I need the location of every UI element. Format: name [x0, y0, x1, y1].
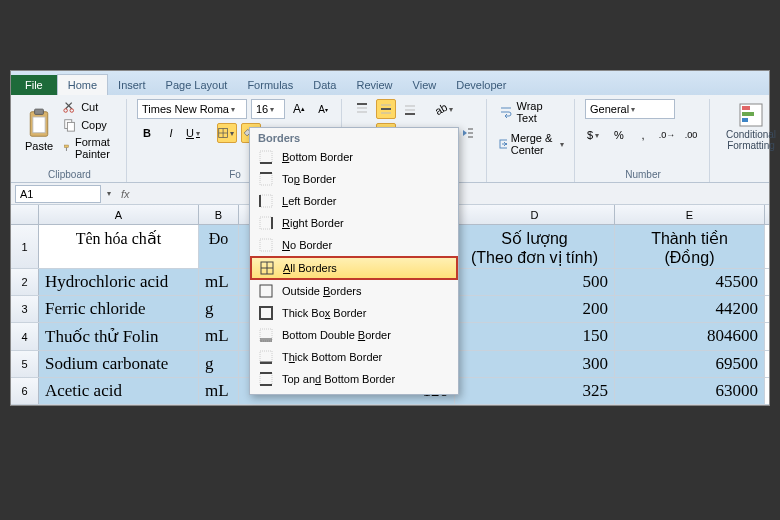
- increase-indent-button[interactable]: [458, 123, 478, 143]
- row-header[interactable]: 4: [11, 323, 39, 350]
- tab-formulas[interactable]: Formulas: [237, 75, 303, 95]
- cell[interactable]: Hydrochloric acid: [39, 269, 199, 295]
- comma-button[interactable]: ,: [633, 125, 653, 145]
- cut-button[interactable]: Cut: [61, 99, 118, 115]
- svg-rect-1: [35, 109, 44, 114]
- format-painter-button[interactable]: Format Painter: [61, 135, 118, 161]
- orientation-button[interactable]: ab▾: [434, 99, 454, 119]
- font-size-select[interactable]: 16▾: [251, 99, 285, 119]
- cell[interactable]: 500: [455, 269, 615, 295]
- cell[interactable]: 44200: [615, 296, 765, 322]
- cell[interactable]: mL: [199, 323, 239, 350]
- align-top-button[interactable]: [352, 99, 372, 119]
- cell[interactable]: mL: [199, 378, 239, 404]
- col-header-D[interactable]: D: [455, 205, 615, 224]
- row-header[interactable]: 3: [11, 296, 39, 322]
- border-option-top-and-bottom-border[interactable]: Top and Bottom Border: [250, 368, 458, 390]
- fx-icon[interactable]: fx: [115, 188, 136, 200]
- cell[interactable]: 325: [455, 378, 615, 404]
- borders-dropdown-menu: Borders Bottom BorderTop BorderLeft Bord…: [249, 127, 459, 395]
- underline-button[interactable]: U▾: [185, 123, 205, 143]
- merge-center-button[interactable]: Merge & Center▾: [497, 131, 566, 157]
- wrap-icon: [499, 105, 513, 119]
- borders-button[interactable]: ▾: [217, 123, 237, 143]
- ribbon-tabs: File Home Insert Page Layout Formulas Da…: [11, 71, 769, 95]
- cell[interactable]: Thuốc thử Folin: [39, 323, 199, 350]
- tab-page-layout[interactable]: Page Layout: [156, 75, 238, 95]
- border-icon: [258, 371, 274, 387]
- svg-rect-55: [260, 307, 272, 319]
- border-option-no-border[interactable]: No Border: [250, 234, 458, 256]
- cell[interactable]: 150: [455, 323, 615, 350]
- cell[interactable]: 200: [455, 296, 615, 322]
- cell[interactable]: 63000: [615, 378, 765, 404]
- menu-item-label: Outside Borders: [282, 285, 362, 297]
- cell[interactable]: 45500: [615, 269, 765, 295]
- align-middle-button[interactable]: [376, 99, 396, 119]
- tab-data[interactable]: Data: [303, 75, 346, 95]
- chevron-down-icon: ▾: [230, 129, 236, 138]
- border-icon: [258, 327, 274, 343]
- bold-button[interactable]: B: [137, 123, 157, 143]
- cell[interactable]: mL: [199, 269, 239, 295]
- tab-insert[interactable]: Insert: [108, 75, 156, 95]
- svg-rect-2: [33, 117, 45, 133]
- tab-review[interactable]: Review: [346, 75, 402, 95]
- border-option-left-border[interactable]: Left Border: [250, 190, 458, 212]
- tab-developer[interactable]: Developer: [446, 75, 516, 95]
- decrease-font-button[interactable]: A▾: [313, 99, 333, 119]
- cell[interactable]: 300: [455, 351, 615, 377]
- paintbrush-icon: [63, 141, 71, 155]
- border-option-thick-box-border[interactable]: Thick Box Border: [250, 302, 458, 324]
- cell[interactable]: Ferric chloride: [39, 296, 199, 322]
- row-header[interactable]: 5: [11, 351, 39, 377]
- border-icon: [258, 193, 274, 209]
- cell-B1[interactable]: Đo: [199, 225, 239, 268]
- border-option-right-border[interactable]: Right Border: [250, 212, 458, 234]
- increase-font-button[interactable]: A▴: [289, 99, 309, 119]
- tab-view[interactable]: View: [403, 75, 447, 95]
- increase-decimal-button[interactable]: .0→: [657, 125, 677, 145]
- currency-button[interactable]: $▾: [585, 125, 605, 145]
- cell-E1[interactable]: Thành tiền(Đồng): [615, 225, 765, 268]
- decrease-decimal-button[interactable]: .00: [681, 125, 701, 145]
- percent-button[interactable]: %: [609, 125, 629, 145]
- menu-item-label: Top Border: [282, 173, 336, 185]
- italic-button[interactable]: I: [161, 123, 181, 143]
- border-option-bottom-double-border[interactable]: Bottom Double Border: [250, 324, 458, 346]
- row-header[interactable]: 6: [11, 378, 39, 404]
- cell-A1[interactable]: Tên hóa chất: [39, 225, 199, 268]
- font-name-select[interactable]: Times New Roma▾: [137, 99, 247, 119]
- row-header-1[interactable]: 1: [11, 225, 39, 268]
- paste-button[interactable]: Paste: [21, 106, 57, 154]
- group-merge: Wrap Text Merge & Center▾: [493, 99, 575, 182]
- col-header-A[interactable]: A: [39, 205, 199, 224]
- cell[interactable]: Acetic acid: [39, 378, 199, 404]
- wrap-text-button[interactable]: Wrap Text: [497, 99, 566, 125]
- number-format-select[interactable]: General▾: [585, 99, 675, 119]
- svg-rect-40: [742, 112, 754, 116]
- name-box[interactable]: A1: [15, 185, 101, 203]
- border-option-bottom-border[interactable]: Bottom Border: [250, 146, 458, 168]
- border-option-top-border[interactable]: Top Border: [250, 168, 458, 190]
- chevron-down-icon: ▾: [231, 105, 239, 114]
- cell[interactable]: g: [199, 296, 239, 322]
- cell[interactable]: 804600: [615, 323, 765, 350]
- cell[interactable]: Sodium carbonate: [39, 351, 199, 377]
- row-header[interactable]: 2: [11, 269, 39, 295]
- cell[interactable]: g: [199, 351, 239, 377]
- border-option-outside-borders[interactable]: Outside Borders: [250, 280, 458, 302]
- tab-home[interactable]: Home: [57, 74, 108, 95]
- border-option-thick-bottom-border[interactable]: Thick Bottom Border: [250, 346, 458, 368]
- copy-button[interactable]: Copy: [61, 117, 118, 133]
- cell-D1[interactable]: Số lượng(Theo đơn vị tính): [455, 225, 615, 268]
- border-option-all-borders[interactable]: All Borders: [250, 256, 458, 280]
- chevron-down-icon[interactable]: ▾: [107, 189, 115, 198]
- col-header-B[interactable]: B: [199, 205, 239, 224]
- align-bottom-button[interactable]: [400, 99, 420, 119]
- col-header-E[interactable]: E: [615, 205, 765, 224]
- conditional-formatting-button[interactable]: Conditional Formatting: [720, 99, 780, 153]
- cell[interactable]: 69500: [615, 351, 765, 377]
- tab-file[interactable]: File: [11, 75, 57, 95]
- select-all-corner[interactable]: [11, 205, 39, 224]
